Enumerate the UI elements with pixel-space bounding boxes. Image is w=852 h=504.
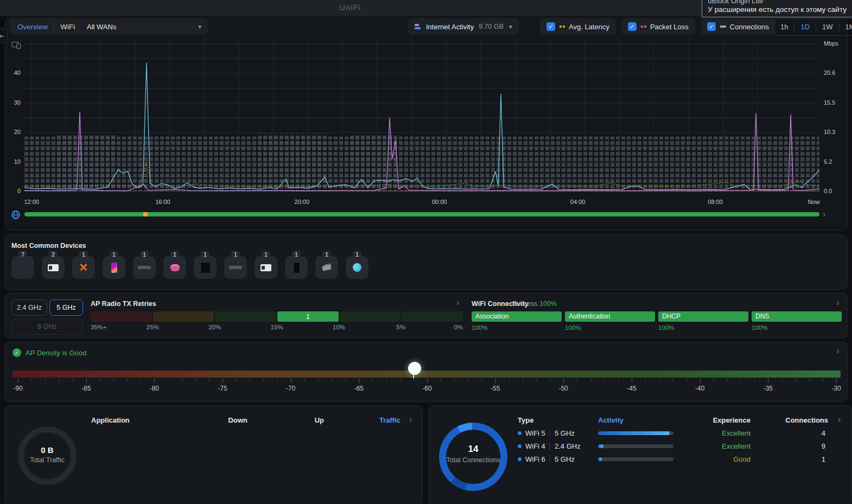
device-tile-linux-card[interactable]: 1 (255, 256, 277, 279)
view-tabs: Overview WiFi (10, 18, 82, 35)
density-tick (359, 379, 359, 383)
connections-count: 9 (763, 442, 825, 450)
timeline-marker[interactable] (143, 212, 148, 216)
device-tile-cyan-device[interactable]: 1 (346, 256, 368, 279)
globe-icon (11, 210, 21, 220)
density-tick (277, 379, 278, 381)
device-tile-black-phone[interactable]: 1 (285, 256, 308, 279)
density-tick (809, 379, 810, 381)
wan-selector[interactable]: All WANs ▾ (80, 18, 208, 35)
device-tile-bar-device[interactable]: 1 (133, 256, 156, 279)
device-count-badge: 1 (140, 251, 149, 258)
checkbox-icon[interactable]: ✓ (546, 22, 555, 31)
internet-activity-selector[interactable]: Internet Activity 9.70 GB ▾ (408, 18, 519, 35)
tx-retries-segment-3: 1 (277, 311, 339, 322)
tab-wifi[interactable]: WiFi (60, 23, 75, 31)
density-tick (714, 379, 714, 381)
time-range-1d[interactable]: 1D (794, 23, 816, 31)
time-range-1m[interactable]: 1M (839, 23, 852, 31)
density-tick (263, 379, 264, 381)
time-range-1w[interactable]: 1W (816, 23, 839, 31)
band-button-2-4ghz[interactable]: 2.4 GHz (11, 299, 47, 316)
wan-selector-value: All WANs (87, 23, 116, 31)
wifi-type-label: WiFi 5 (525, 429, 545, 437)
tx-retries-segment-4 (340, 311, 401, 322)
timeline-next-icon[interactable]: › (823, 210, 825, 219)
density-tick (427, 379, 428, 383)
tx-retries-segment-1 (153, 311, 214, 322)
toggle-avg-latency[interactable]: ✓Avg. Latency (540, 18, 616, 35)
density-tick (113, 379, 114, 381)
traffic-column-up: Up (259, 416, 324, 424)
x-axis-tick: 12:00 (19, 199, 44, 205)
activity-bar (598, 457, 673, 461)
density-scale-label: -65 (345, 385, 372, 392)
density-tick (454, 379, 455, 381)
activity-bar-fill (598, 457, 602, 461)
tab-overview[interactable]: Overview (17, 23, 48, 31)
tx-retries-scale-label: 20% (201, 324, 228, 330)
density-tick (768, 379, 768, 383)
wifi-connectivity-expand-icon[interactable]: › (836, 298, 839, 307)
device-tile-black-box[interactable]: 1 (194, 256, 217, 279)
bar-device-icon (229, 266, 242, 270)
timeline-slider[interactable] (24, 212, 819, 216)
pink-speaker-icon (170, 264, 180, 271)
device-tile-unknown-device[interactable]: 7 (11, 256, 34, 279)
density-tick (318, 379, 319, 381)
tx-retries-scale-label: 5% (387, 324, 415, 330)
right-axis-tick: 20.6 (824, 69, 849, 76)
toggle-connections[interactable]: ✓Connections (701, 18, 775, 35)
device-tile-gray-gadget[interactable]: 1 (315, 256, 338, 279)
device-tile-linux-card[interactable]: 2 (42, 256, 65, 279)
tx-retries-scale-label: 25% (139, 324, 166, 330)
traffic-panel: 0 B Total Traffic ApplicationDownUpTraff… (4, 405, 423, 504)
density-tick (414, 379, 414, 381)
ap-density-marker[interactable] (408, 362, 421, 375)
density-tick (550, 379, 550, 381)
activity-bar (598, 444, 673, 448)
band-button-6ghz[interactable]: 6 GHz (11, 318, 83, 335)
density-tick (73, 379, 73, 381)
device-tile-bar-device[interactable]: 1 (224, 256, 247, 279)
density-tick (332, 379, 332, 381)
ap-density-gradient-bar (12, 371, 841, 378)
device-count-badge: 7 (18, 251, 27, 258)
device-tile-phone-gradient[interactable]: 1 (103, 256, 125, 279)
extension-permission-text: У расширения есть доступ к этому сайту (708, 5, 847, 14)
density-tick (18, 379, 18, 383)
density-scale-label: -45 (618, 385, 645, 392)
activity-bar (598, 431, 673, 435)
connections-total-label: Total Connections (430, 456, 517, 464)
density-tick (154, 379, 155, 383)
band-button-5ghz[interactable]: 5 GHz (49, 299, 83, 316)
connections-expand-icon[interactable]: › (838, 415, 841, 424)
density-tick (345, 379, 346, 381)
density-tick (645, 379, 646, 381)
device-tile-pink-speaker[interactable]: 1 (163, 256, 186, 279)
tx-retries-expand-icon[interactable]: › (456, 298, 459, 307)
wifi-type-dot (518, 457, 522, 461)
connections-column-type: Type (518, 416, 583, 424)
left-axis-tick: 30 (4, 99, 21, 106)
time-range-group: 1h1D1W1M (772, 18, 852, 36)
radio-panel: 2.4 GHz 5 GHz 6 GHz AP Radio TX Retries … (4, 293, 848, 339)
traffic-column-traffic[interactable]: Traffic (335, 416, 400, 424)
density-tick (100, 379, 100, 381)
checkbox-icon[interactable]: ✓ (628, 22, 637, 31)
time-range-1h[interactable]: 1h (774, 23, 794, 31)
toggle-packet-loss[interactable]: ✓Packet Loss (621, 18, 695, 35)
density-tick (509, 379, 510, 381)
density-tick (536, 379, 537, 381)
density-tick (754, 379, 755, 381)
collapse-sidebar-button[interactable]: ⇤ (0, 28, 8, 43)
internet-activity-icon (415, 23, 421, 30)
connections-column-activity[interactable]: Activity (598, 416, 663, 424)
traffic-expand-icon[interactable]: › (409, 415, 412, 424)
device-tile-proxmox[interactable]: 1 (72, 256, 95, 279)
checkbox-icon[interactable]: ✓ (707, 22, 716, 31)
ap-density-expand-icon[interactable]: › (836, 347, 839, 355)
density-tick (727, 379, 728, 381)
density-scale-label: -90 (4, 385, 31, 392)
tx-retries-scale-label: 10% (325, 324, 352, 330)
